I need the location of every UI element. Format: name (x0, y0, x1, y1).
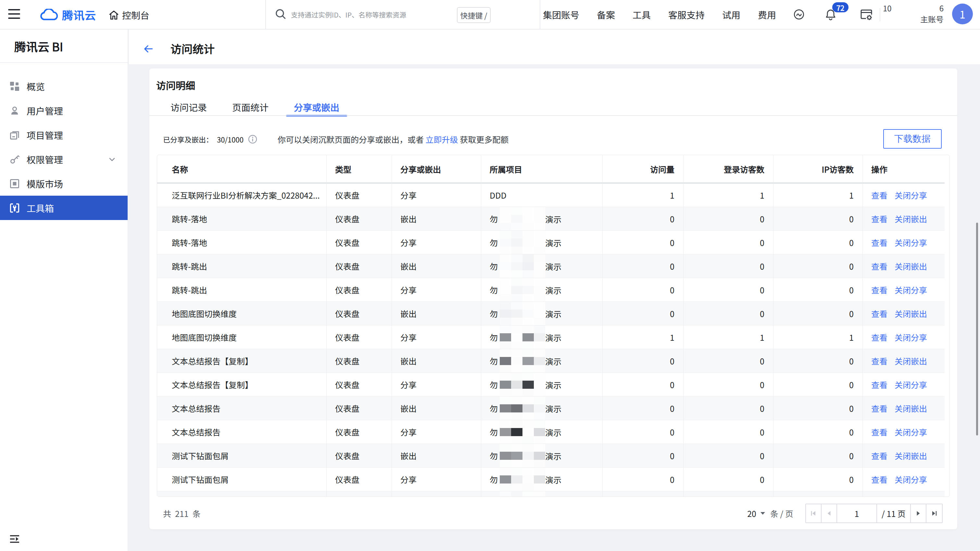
action-link[interactable]: 关闭嵌出 (895, 213, 927, 225)
download-data-button[interactable]: 下载数据 (883, 129, 942, 149)
sidebar-item-用户管理[interactable]: 用户管理 (0, 98, 127, 123)
top-nav: 腾讯云 控制台 支持通过实例ID、IP、名称等搜索资源 快捷键 / 集团账号备案… (0, 0, 980, 30)
search-input[interactable]: 支持通过实例ID、IP、名称等搜索资源 (291, 10, 406, 19)
first-page-button[interactable] (806, 504, 821, 522)
console-settings-icon[interactable] (860, 0, 873, 29)
action-link[interactable]: 查看 (871, 355, 888, 367)
col-type[interactable]: 类型 (326, 155, 391, 183)
col-login-visitors[interactable]: 登录访客数 (683, 155, 773, 183)
current-page-input[interactable]: 1 (837, 504, 877, 522)
action-link[interactable]: 关闭分享 (895, 237, 927, 248)
action-link[interactable]: 查看 (871, 379, 888, 391)
cell-share-embed: 嵌出 (391, 207, 481, 230)
cell-name: 跳转-跳出 (157, 254, 326, 278)
action-link[interactable]: 关闭嵌出 (895, 402, 927, 414)
last-page-button[interactable] (926, 504, 942, 522)
table-row: 跳转-落地 仪表盘 嵌出 勿 演示 0 0 0 查看关闭嵌出 (157, 207, 945, 231)
cell-login-visitors: 0 (683, 302, 773, 325)
hamburger-menu-icon[interactable] (8, 9, 20, 19)
project-masked-suffix: 演示 (545, 302, 562, 325)
tab[interactable]: 分享或嵌出 (286, 98, 347, 116)
cell-share-embed: 嵌出 (391, 397, 481, 420)
action-link[interactable]: 查看 (871, 308, 888, 319)
action-link[interactable]: 关闭嵌出 (895, 450, 927, 461)
quota-description: 你可以关闭沉默页面的分享或嵌出，或者 立即升级 获取更多配额 (278, 133, 509, 145)
top-nav-item[interactable]: 备案 (597, 8, 615, 21)
sidebar-collapse-icon[interactable] (10, 535, 19, 543)
privacy-mosaic (500, 420, 545, 444)
project-masked-suffix: 演示 (545, 326, 562, 349)
back-arrow-icon[interactable] (143, 44, 153, 54)
collapse-arrow-icon (10, 535, 19, 543)
sidebar-item-权限管理[interactable]: 权限管理 (0, 147, 127, 171)
action-link[interactable]: 查看 (871, 237, 888, 248)
project-masked-suffix: 演示 (545, 207, 562, 230)
cell-visits: 0 (602, 231, 683, 254)
cell-type: 仪表盘 (326, 207, 391, 230)
action-link[interactable]: 查看 (871, 331, 888, 343)
col-name[interactable]: 名称 (157, 155, 326, 183)
action-link[interactable]: 关闭分享 (895, 473, 927, 485)
sidebar-item-label: 权限管理 (27, 153, 63, 166)
home-icon (108, 10, 119, 21)
info-icon[interactable] (248, 135, 257, 144)
quota-value: 30/1000 (217, 134, 243, 144)
col-share-embed[interactable]: 分享或嵌出 (391, 155, 481, 183)
top-nav-item[interactable]: 费用 (758, 8, 776, 21)
col-actions[interactable]: 操作 (862, 155, 945, 183)
action-link[interactable]: 关闭嵌出 (895, 355, 927, 367)
cell-visits: 0 (602, 278, 683, 302)
sidebar-item-工具箱[interactable]: 工具箱 (0, 196, 127, 220)
top-nav-item[interactable]: 试用 (722, 8, 740, 21)
next-page-button[interactable] (911, 504, 926, 522)
sidebar-item-模版市场[interactable]: 模版市场 (0, 171, 127, 196)
account-info[interactable]: 106 主账号 (883, 3, 943, 24)
tab[interactable]: 访问记录 (163, 98, 215, 116)
action-link[interactable]: 关闭分享 (895, 284, 927, 295)
page-scrollbar-thumb[interactable] (976, 222, 978, 435)
cell-visits: 0 (602, 207, 683, 230)
sidebar-item-概览[interactable]: 概览 (0, 74, 127, 98)
action-link[interactable]: 查看 (871, 189, 888, 201)
project-masked-prefix: 勿 (490, 308, 498, 319)
action-link[interactable]: 查看 (871, 450, 888, 461)
quota-row: 已分享及嵌出： 30/1000 你可以关闭沉默页面的分享或嵌出，或者 立即升级 … (163, 129, 509, 149)
console-link[interactable]: 控制台 (108, 8, 150, 21)
action-link[interactable]: 关闭分享 (895, 189, 927, 201)
notification-badge[interactable]: 72 (832, 2, 848, 12)
col-visits[interactable]: 访问量 (602, 155, 683, 183)
action-link[interactable]: 查看 (871, 473, 888, 485)
sidebar-item-icon (10, 179, 19, 189)
action-link[interactable]: 关闭嵌出 (895, 308, 927, 319)
action-link[interactable]: 关闭分享 (895, 331, 927, 343)
action-link[interactable]: 关闭分享 (895, 379, 927, 391)
top-nav-item[interactable]: 客服支持 (668, 8, 705, 21)
action-link[interactable]: 查看 (871, 402, 888, 414)
col-ip-visitors[interactable]: IP访客数 (773, 155, 862, 183)
table-row: 地图底图切换维度 仪表盘 分享 勿 演示 1 1 1 查看关闭分享 (157, 326, 945, 349)
avatar[interactable]: 1 (952, 3, 973, 24)
privacy-mosaic (500, 373, 545, 396)
cell-visits: 1 (602, 183, 683, 207)
action-link[interactable]: 查看 (871, 260, 888, 272)
cell-name: 地图底图切换维度 (157, 326, 326, 349)
upgrade-link[interactable]: 立即升级 (426, 133, 458, 145)
cell-login-visitors: 0 (683, 207, 773, 230)
search-icon[interactable] (274, 8, 287, 20)
page-size-select[interactable]: 20 (747, 508, 765, 519)
top-nav-item[interactable]: 集团账号 (543, 8, 579, 21)
action-link[interactable]: 查看 (871, 426, 888, 438)
action-link[interactable]: 查看 (871, 213, 888, 225)
tab[interactable]: 页面统计 (224, 98, 276, 116)
tencent-cloud-logo[interactable]: 腾讯云 (40, 7, 96, 23)
sidebar-item-项目管理[interactable]: 项目管理 (0, 123, 127, 147)
prev-page-button[interactable] (821, 504, 837, 522)
account-id-redacted (892, 3, 939, 13)
cell-visits: 0 (602, 420, 683, 444)
col-project[interactable]: 所属项目 (481, 155, 602, 183)
action-link[interactable]: 查看 (871, 284, 888, 295)
action-link[interactable]: 关闭分享 (895, 426, 927, 438)
top-nav-item[interactable]: 工具 (633, 8, 651, 21)
action-link[interactable]: 关闭嵌出 (895, 260, 927, 272)
feedback-icon[interactable] (793, 0, 805, 29)
